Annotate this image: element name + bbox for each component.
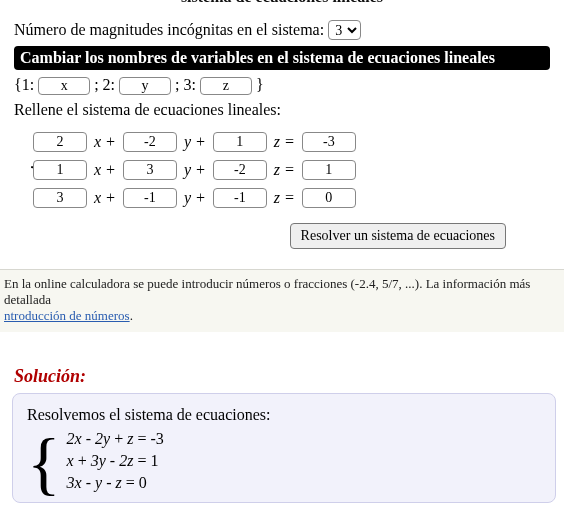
solution-title: Solución: <box>0 332 564 393</box>
footnote-text: En la online calculadora se puede introd… <box>4 276 530 307</box>
sep-3: ; 3: <box>175 76 196 93</box>
solution-eq-2: x + 3y - 2z = 1 <box>67 450 164 472</box>
solution-lead: Resolvemos el sistema de ecuaciones: <box>27 406 541 424</box>
brace-close: } <box>256 76 264 93</box>
coef-c3[interactable] <box>213 188 267 208</box>
solution-eq-3: 3x - y - z = 0 <box>67 472 164 494</box>
coef-b2[interactable] <box>123 160 177 180</box>
solution-box: Resolvemos el sistema de ecuaciones: { 2… <box>12 393 556 503</box>
var1-input[interactable] <box>38 77 90 95</box>
coef-a1[interactable] <box>33 132 87 152</box>
rhs-2[interactable] <box>302 160 356 180</box>
equation-row: x + y + z = <box>32 187 357 209</box>
solve-button[interactable]: Resolver un sistema de ecuaciones <box>290 223 506 249</box>
solution-eq-1: 2x - 2y + z = -3 <box>67 428 164 450</box>
zeq-label: z = <box>272 131 297 153</box>
equation-input-block: { x + y + z = x + y + z = <box>14 125 550 215</box>
coef-c1[interactable] <box>213 132 267 152</box>
unknowns-label: Número de magnitudes incógnitas en el si… <box>14 21 324 38</box>
var2-input[interactable] <box>119 77 171 95</box>
solution-brace-icon: { <box>27 432 67 498</box>
coef-b1[interactable] <box>123 132 177 152</box>
sep-2: ; 2: <box>94 76 115 93</box>
yplus-label: y + <box>182 131 208 153</box>
coef-a3[interactable] <box>33 188 87 208</box>
coef-b3[interactable] <box>123 188 177 208</box>
rhs-3[interactable] <box>302 188 356 208</box>
equation-row: x + y + z = <box>32 131 357 153</box>
page-title-truncated: sistema de ecuaciones lineales <box>0 0 564 8</box>
equation-row: x + y + z = <box>32 159 357 181</box>
footnote-link[interactable]: ntroducción de números <box>4 308 130 323</box>
rhs-1[interactable] <box>302 132 356 152</box>
coef-a2[interactable] <box>33 160 87 180</box>
variable-names-row: {1: ; 2: ; 3: } <box>14 76 550 95</box>
coef-c2[interactable] <box>213 160 267 180</box>
footnote-bar: En la online calculadora se puede introd… <box>0 269 564 332</box>
unknowns-select[interactable]: 3 <box>328 20 361 40</box>
unknowns-row: Número de magnitudes incógnitas en el si… <box>14 20 550 40</box>
brace-open: {1: <box>14 76 34 93</box>
fill-label: Rellene el sistema de ecuaciones lineale… <box>14 101 550 119</box>
solution-equations: 2x - 2y + z = -3 x + 3y - 2z = 1 3x - y … <box>67 428 164 494</box>
rename-variables-band: Cambiar los nombres de variables en el s… <box>14 46 550 70</box>
var3-input[interactable] <box>200 77 252 95</box>
xplus-label: x + <box>92 131 118 153</box>
